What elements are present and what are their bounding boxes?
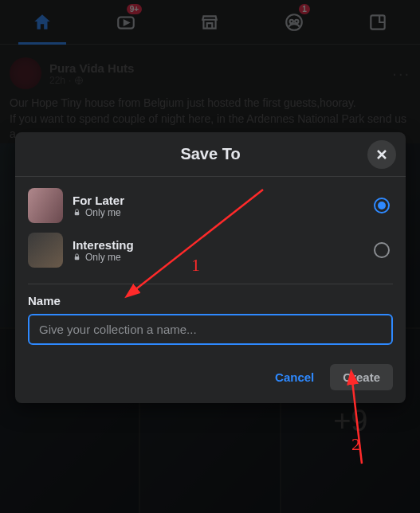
name-label: Name: [15, 289, 406, 314]
lock-icon: [73, 253, 81, 261]
cancel-button[interactable]: Cancel: [262, 364, 327, 390]
collection-name: For Later: [73, 194, 124, 207]
save-to-modal: Save To For Later Only me Interesting: [15, 132, 406, 403]
divider: [28, 284, 393, 284]
collection-name: Interesting: [73, 238, 134, 252]
modal-footer: Cancel Create: [15, 345, 406, 394]
collection-privacy: Only me: [73, 252, 134, 263]
modal-header: Save To: [15, 132, 406, 177]
radio-selected[interactable]: [374, 198, 390, 213]
close-button[interactable]: [367, 140, 396, 169]
close-icon: [374, 147, 390, 163]
modal-title: Save To: [180, 145, 240, 163]
annotation-label-2: 2: [351, 434, 360, 455]
collection-item-for-later[interactable]: For Later Only me: [28, 183, 393, 228]
collection-list: For Later Only me Interesting Only me: [15, 177, 406, 279]
svg-rect-6: [75, 212, 80, 215]
collection-thumb: [28, 188, 63, 223]
lock-icon: [73, 208, 81, 217]
annotation-label-1: 1: [191, 255, 200, 276]
collection-name-input[interactable]: [28, 314, 393, 345]
collection-privacy: Only me: [73, 207, 124, 218]
collection-item-interesting[interactable]: Interesting Only me: [28, 228, 393, 272]
svg-rect-7: [75, 256, 80, 260]
create-button[interactable]: Create: [330, 364, 393, 390]
collection-thumb: [28, 233, 63, 268]
radio-unselected[interactable]: [374, 242, 390, 258]
